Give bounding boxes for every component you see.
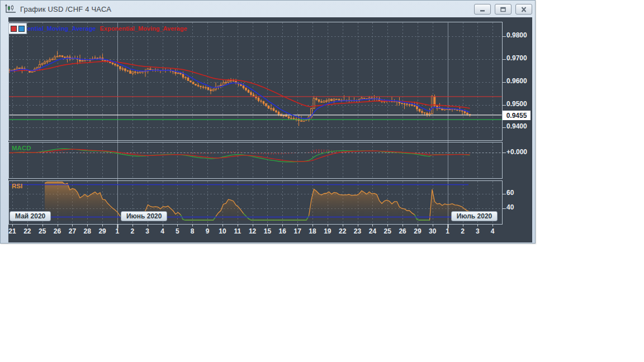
minimize-button[interactable]: [474, 4, 491, 15]
x-axis-label: 28: [80, 227, 94, 235]
rsi-pane-label: RSI: [12, 183, 22, 189]
x-axis-label: 10: [215, 227, 230, 235]
x-axis-label: 22: [335, 227, 350, 235]
x-axis-label: 29: [410, 227, 425, 235]
month-marker-may: Май 2020: [10, 211, 51, 221]
legend-swatch-box: [8, 23, 27, 34]
restore-icon: [500, 7, 506, 12]
x-axis-label: 2: [125, 227, 140, 235]
x-axis-label: 22: [20, 227, 35, 235]
price-axis-label: 0.9600: [506, 77, 527, 85]
x-axis-label: 3: [140, 227, 155, 235]
macd-zero-label: +0.000: [506, 148, 527, 156]
x-axis-label: 24: [365, 227, 380, 235]
close-button[interactable]: [515, 4, 532, 15]
blue-swatch-icon: [18, 26, 25, 32]
x-axis-label: 30: [425, 227, 440, 235]
macd-pane-label: MACD: [12, 145, 31, 151]
x-axis-label: 1: [110, 227, 125, 235]
ema-fast-legend-label: ential_Moving_Average: [27, 25, 96, 32]
x-axis-label: 5: [170, 227, 184, 235]
price-axis-label: 0.9800: [506, 31, 527, 39]
indicator-legend: ential_Moving_Average Exponential_Moving…: [8, 23, 187, 34]
price-axis-label: 0.9400: [506, 122, 527, 130]
rsi-tick-60: 60: [506, 189, 514, 197]
x-axis-label: 26: [50, 227, 65, 235]
x-axis-label: 3: [470, 227, 485, 235]
x-axis-label: 16: [275, 227, 290, 235]
x-axis-label: 29: [95, 227, 110, 235]
month-marker-july: Июль 2020: [451, 211, 498, 221]
close-icon: [520, 7, 527, 12]
x-axis-label: 21: [5, 227, 20, 235]
minimize-icon: [479, 7, 486, 12]
chart-canvas[interactable]: ential_Moving_Average Exponential_Moving…: [8, 17, 532, 242]
x-axis-label: 26: [395, 227, 410, 235]
x-axis-label: 12: [245, 227, 260, 235]
current-price-box: 0.9455: [503, 111, 531, 120]
price-macd-rsi-plot: [8, 17, 532, 242]
x-axis-label: 4: [155, 227, 170, 235]
window-title: График USD /CHF 4 ЧАСА: [20, 5, 111, 13]
x-axis-label: 4: [485, 227, 500, 235]
red-swatch-icon: [11, 26, 17, 32]
month-marker-june: Июнь 2020: [121, 211, 168, 221]
restore-button[interactable]: [495, 4, 512, 15]
chart-icon: [4, 4, 17, 14]
ema-slow-legend-label: Exponential_Moving_Average: [100, 25, 187, 32]
x-axis-label: 2: [456, 227, 470, 235]
rsi-tick-40: 40: [506, 203, 514, 211]
x-axis-label: 17: [290, 227, 305, 235]
chart-window: График USD /CHF 4 ЧАСА ential_Moving_Ave…: [0, 0, 536, 244]
x-axis-label: 23: [351, 227, 365, 235]
x-axis-label: 11: [230, 227, 245, 235]
price-axis-label: 0.9700: [506, 54, 527, 62]
x-axis-label: 27: [65, 227, 79, 235]
x-axis-label: 25: [380, 227, 395, 235]
x-axis-label: 18: [305, 227, 320, 235]
x-axis-label: 9: [200, 227, 215, 235]
x-axis-label: 15: [260, 227, 274, 235]
price-axis-label: 0.9500: [506, 100, 527, 108]
x-axis-label: 19: [320, 227, 335, 235]
window-title-bar[interactable]: График USD /CHF 4 ЧАСА: [1, 1, 535, 17]
x-axis-label: 25: [35, 227, 50, 235]
x-axis-label: 8: [185, 227, 200, 235]
x-axis-label: 1: [441, 227, 455, 235]
